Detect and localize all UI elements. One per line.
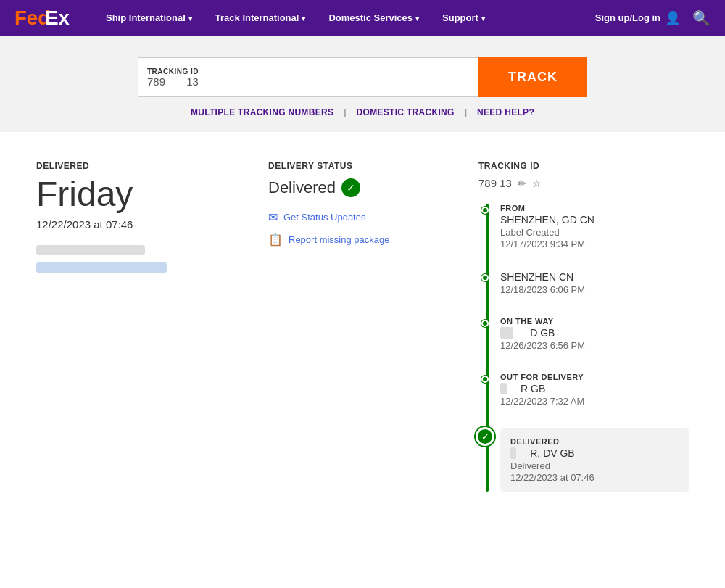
timeline-location-out-for-delivery: F R GB	[500, 383, 689, 394]
multiple-tracking-link[interactable]: MULTIPLE TRACKING NUMBERS	[191, 107, 334, 117]
timeline-line	[486, 204, 489, 492]
timeline-location-from: SHENZHEN, GD CN	[500, 214, 689, 225]
tracking-section: TRACKING ID TRACK MULTIPLE TRACKING NUMB…	[0, 36, 725, 132]
timeline-date-on-the-way: 12/26/2023 6:56 PM	[500, 340, 689, 351]
timeline-dot-delivered: ✓	[476, 427, 494, 446]
timeline-location-shenzhen: SHENZHEN CN	[500, 271, 689, 283]
middle-panel: DELIVERY STATUS Delivered ✓ ✉ Get Status…	[254, 161, 457, 492]
timeline-date-from: 12/17/2023 9:34 PM	[500, 239, 689, 249]
delivered-check-icon: ✓	[341, 178, 360, 197]
timeline-date-out-for-delivery: 12/22/2023 7:32 AM	[500, 396, 689, 407]
timeline-item-from: FROM SHENZHEN, GD CN Label Created 12/17…	[500, 204, 689, 249]
nav-links: Ship International ▾ Track International…	[94, 0, 595, 36]
fedex-logo[interactable]: Fed Ex	[14, 7, 72, 29]
separator-1: |	[344, 107, 346, 117]
email-icon: ✉	[268, 210, 278, 224]
track-button[interactable]: TRACK	[478, 57, 587, 97]
nav-track-international[interactable]: Track International ▾	[204, 0, 318, 36]
tracking-id-row: 789 13 ✏ ☆	[478, 177, 689, 189]
clipboard-icon: 📋	[268, 233, 283, 247]
nav-domestic-services[interactable]: Domestic Services ▾	[317, 0, 431, 36]
timeline-date-delivered: 12/22/2023 at 07:46	[510, 472, 679, 483]
address-blurred-link	[36, 262, 167, 273]
tracking-id-display: 789 13	[478, 177, 512, 189]
timeline-item-delivered: ✓ DELIVERED L R, DV GB Delivered 12/22/2…	[500, 428, 689, 492]
timeline-status-on-the-way: ON THE WAY	[500, 317, 689, 326]
right-panel: TRACKING ID 789 13 ✏ ☆ FROM SHENZHEN, GD…	[457, 161, 689, 492]
delivery-status-label: DELIVERY STATUS	[268, 161, 457, 171]
timeline-dot-from	[481, 207, 489, 214]
edit-icon[interactable]: ✏	[518, 178, 526, 189]
search-icon[interactable]: 🔍	[692, 9, 710, 27]
timeline-item-shenzhen: SHENZHEN CN 12/18/2023 6:06 PM	[500, 271, 689, 295]
address-blurred-line	[36, 245, 145, 255]
chevron-down-icon: ▾	[415, 15, 419, 22]
get-status-updates-button[interactable]: ✉ Get Status Updates	[268, 210, 457, 224]
timeline-location-on-the-way: ST D GB	[500, 327, 689, 339]
timeline-status-delivered: DELIVERED	[510, 437, 679, 446]
nav-ship-international[interactable]: Ship International ▾	[94, 0, 204, 36]
tracking-input-wrapper: TRACKING ID	[138, 57, 478, 97]
timeline: FROM SHENZHEN, GD CN Label Created 12/17…	[478, 204, 689, 492]
nav-right: Sign up/Log in 👤 🔍	[595, 9, 710, 27]
delivery-day: Friday	[36, 175, 254, 214]
separator-2: |	[465, 107, 467, 117]
user-icon: 👤	[665, 10, 681, 26]
timeline-location-delivered: L R, DV GB	[510, 447, 679, 459]
delivered-label: DELIVERED	[36, 161, 254, 171]
domestic-tracking-link[interactable]: DOMESTIC TRACKING	[357, 107, 455, 117]
tracking-id-section-label: TRACKING ID	[478, 161, 689, 171]
tracking-bar: TRACKING ID TRACK	[138, 57, 587, 97]
timeline-dot-shenzhen	[481, 274, 489, 281]
tracking-links: MULTIPLE TRACKING NUMBERS | DOMESTIC TRA…	[191, 107, 534, 117]
tracking-id-field-label: TRACKING ID	[147, 67, 469, 75]
chevron-down-icon: ▾	[481, 15, 485, 22]
need-help-link[interactable]: NEED HELP?	[477, 107, 534, 117]
timeline-sublabel-delivered: Delivered	[510, 460, 679, 471]
chevron-down-icon: ▾	[302, 15, 305, 22]
nav-support[interactable]: Support ▾	[431, 0, 497, 36]
tracking-id-input[interactable]	[147, 75, 469, 88]
svg-text:Ex: Ex	[45, 7, 70, 29]
delivery-status-value: Delivered ✓	[268, 178, 457, 197]
signup-login-button[interactable]: Sign up/Log in 👤	[595, 10, 681, 26]
timeline-dot-out-for-delivery	[481, 376, 489, 383]
chevron-down-icon: ▾	[188, 15, 192, 22]
timeline-status-out-for-delivery: OUT FOR DELIVERY	[500, 373, 689, 381]
timeline-date-shenzhen: 12/18/2023 6:06 PM	[500, 284, 689, 295]
star-icon[interactable]: ☆	[532, 178, 542, 189]
left-panel: DELIVERED Friday 12/22/2023 at 07:46	[36, 161, 254, 492]
navbar: Fed Ex Ship International ▾ Track Intern…	[0, 0, 725, 36]
timeline-item-on-the-way: ON THE WAY ST D GB 12/26/2023 6:56 PM	[500, 317, 689, 351]
timeline-sublabel-from: Label Created	[500, 227, 689, 238]
timeline-status-from: FROM	[500, 204, 689, 212]
timeline-dot-on-the-way	[481, 320, 489, 327]
report-missing-package-button[interactable]: 📋 Report missing package	[268, 233, 457, 247]
timeline-item-out-for-delivery: OUT FOR DELIVERY F R GB 12/22/2023 7:32 …	[500, 373, 689, 407]
delivery-date: 12/22/2023 at 07:46	[36, 218, 254, 231]
main-content: DELIVERED Friday 12/22/2023 at 07:46 DEL…	[0, 132, 725, 521]
